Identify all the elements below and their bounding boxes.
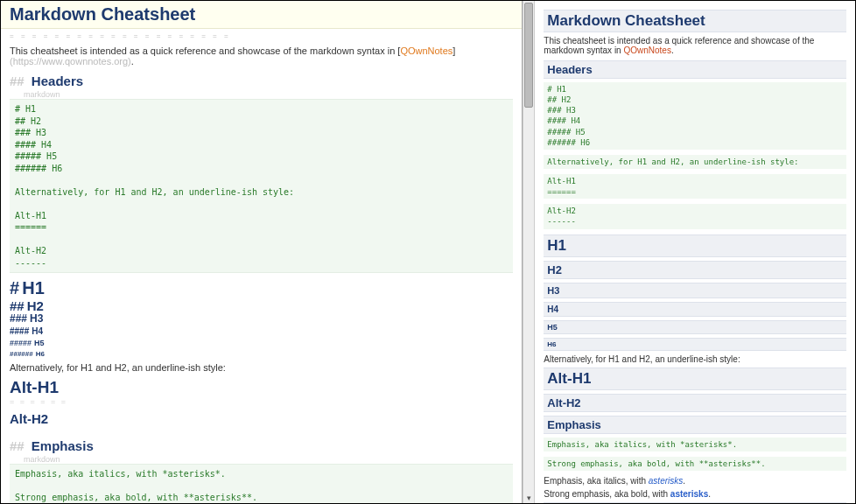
alt-h1-rule: = = = = = = — [10, 397, 513, 406]
preview-pane[interactable]: Markdown Cheatsheet This cheatsheet is i… — [535, 1, 855, 503]
preview-emph-body2: Strong emphasis, aka bold, with asterisk… — [544, 489, 846, 499]
rendered-h6: ###### H6 — [10, 347, 513, 359]
rendered-h1: # H1 — [10, 278, 513, 298]
preview-h1: H1 — [544, 234, 846, 257]
preview-h2: H2 — [544, 261, 846, 279]
preview-alt-h1-code: Alt-H1 ====== — [544, 174, 846, 199]
preview-h6: H6 — [544, 338, 846, 351]
alt-h2: Alt-H2 — [10, 411, 513, 426]
editor-pane[interactable]: Markdown Cheatsheet = = = = = = = = = = … — [1, 1, 523, 503]
preview-emph-body1: Emphasis, aka italics, with asterisks. — [544, 476, 846, 486]
preview-h3: H3 — [544, 283, 846, 298]
preview-intro-link[interactable]: QOwnNotes — [623, 46, 670, 55]
preview-h5: H5 — [544, 320, 846, 334]
preview-alt-body-line: Alternatively, for H1 and H2, an underli… — [544, 354, 846, 364]
section-heading-headers: ## Headers — [10, 74, 513, 88]
rendered-h4: #### H4 — [10, 326, 513, 337]
preview-h4: H4 — [544, 302, 846, 317]
preview-sec-lists: Lists — [544, 502, 846, 503]
preview-headers-code: # H1 ## H2 ### H3 #### H4 ##### H5 #####… — [544, 82, 846, 150]
preview-emph-code1: Emphasis, aka italics, with *asterisks*. — [544, 438, 846, 452]
title-ruler: = = = = = = = = = = = = = = = = = = = = — [10, 32, 513, 40]
rendered-h5: ##### H5 — [10, 337, 513, 348]
scroll-down-icon[interactable]: ▾ — [523, 493, 534, 503]
intro-text: This cheatsheet is intended as a quick r… — [10, 46, 513, 66]
preview-alt-h1: Alt-H1 — [544, 368, 846, 390]
preview-alt-code-line: Alternatively, for H1 and H2, an underli… — [544, 155, 846, 169]
section-heading-emphasis: ## Emphasis — [10, 438, 513, 453]
preview-sec-emphasis: Emphasis — [544, 416, 846, 434]
alt-style-line: Alternatively, for H1 and H2, an underli… — [10, 362, 513, 373]
rendered-h3: ### H3 — [10, 313, 513, 326]
doc-title: Markdown Cheatsheet — [10, 4, 513, 24]
preview-alt-h2: Alt-H2 — [544, 394, 846, 412]
alt-h1: Alt-H1 — [10, 378, 513, 397]
rendered-h2: ## H2 — [10, 298, 513, 313]
editor-scrollbar[interactable]: ▴ ▾ — [523, 1, 535, 503]
preview-title: Markdown Cheatsheet — [544, 10, 846, 32]
scroll-thumb[interactable] — [524, 3, 533, 108]
preview-alt-h2-code: Alt-H2 ------ — [544, 204, 846, 228]
intro-link[interactable]: QOwnNotes — [400, 46, 453, 56]
preview-sec-headers: Headers — [544, 60, 846, 79]
title-highlight: Markdown Cheatsheet — [1, 1, 522, 29]
code-lang-label: markdown — [24, 90, 513, 99]
emphasis-code-block[interactable]: Emphasis, aka italics, with *asterisks*.… — [10, 464, 513, 503]
preview-emph-code2: Strong emphasis, aka bold, with **asteri… — [544, 457, 846, 471]
preview-intro: This cheatsheet is intended as a quick r… — [544, 36, 846, 55]
headers-code-block[interactable]: # H1 ## H2 ### H3 #### H4 ##### H5 #####… — [10, 99, 513, 273]
code-lang-label-2: markdown — [24, 455, 513, 464]
